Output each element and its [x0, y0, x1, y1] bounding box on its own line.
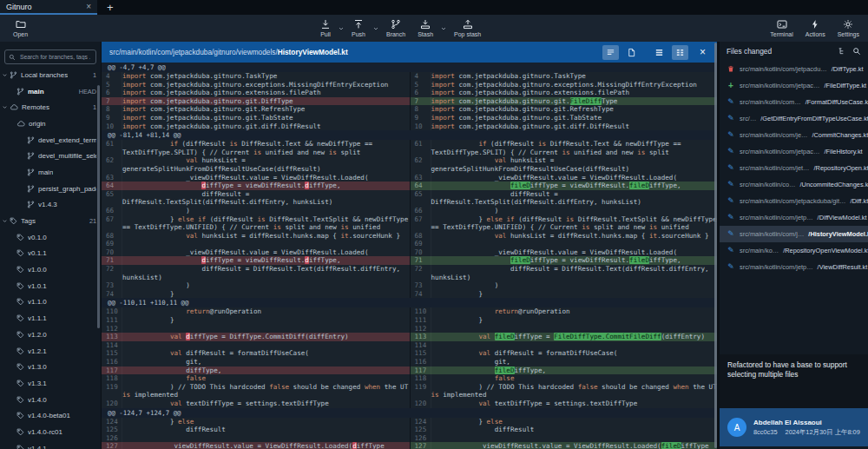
file-status-modified-icon: ✎ — [727, 263, 735, 271]
unified-diff-icon — [654, 48, 664, 57]
files-changed-title: Files changed — [727, 47, 832, 56]
remote-item[interactable]: origin — [0, 116, 101, 132]
tag-item[interactable]: v1.0.1 — [0, 278, 101, 294]
keyword: if — [506, 215, 514, 223]
word-diff-highlight: fileD — [510, 256, 530, 264]
code-line: 9import com.jetpackduba.gitnuro.git.TabS… — [102, 114, 410, 122]
code-text: } — [122, 316, 410, 325]
diff-pane-left: 61 if (diffResult is DiffResult.Text && … — [102, 140, 410, 298]
keyword: val — [186, 232, 198, 240]
tag-item[interactable]: v1.2.0 — [0, 327, 101, 343]
open-repository-button[interactable]: Open — [7, 19, 34, 37]
changed-file-row[interactable]: src/main/kotlin/com/jetpacdu…/DiffType.k… — [720, 61, 868, 77]
changed-file-row[interactable]: ✎src/main/kotlin/com/jetpac…/FileHistory… — [720, 143, 868, 160]
code-text: import com.jetpackduba.gitnuro.git.diff.… — [122, 122, 410, 131]
unified-diff-button[interactable] — [651, 45, 667, 60]
code-line: 6import com.jetpackduba.gitnuro.extensio… — [102, 89, 410, 97]
tag-item[interactable]: v1.4.1 — [0, 440, 101, 449]
pull-button[interactable]: Pull — [314, 19, 337, 37]
pull-options-chevron-icon[interactable] — [338, 25, 345, 32]
code-line: 112 — [411, 325, 718, 333]
actions-button[interactable]: Actions — [799, 19, 832, 37]
file-status-modified-icon: ✎ — [727, 181, 735, 188]
branch-search-box[interactable] — [4, 50, 96, 64]
line-number: 66 — [411, 207, 431, 215]
compact-diff-view-button[interactable] — [602, 45, 619, 60]
hunk-row: 110 return@runOperation111 }112 113 val … — [102, 307, 717, 407]
item-label: persist_graph_paddin — [38, 185, 96, 193]
terminal-button[interactable]: Terminal — [764, 19, 799, 37]
tab-close-icon[interactable]: × — [86, 3, 91, 11]
changed-file-row[interactable]: ✎src/main/kotlin/com/jetp…/DiffViewModel… — [720, 209, 868, 226]
changed-file-row[interactable]: ✎src/main/kotlin/com/jet…/RepositoryOpen… — [720, 160, 868, 176]
files-changed-header: Files changed — [720, 42, 868, 61]
code-line: 127 _viewDiffResult.value = ViewDiffResu… — [102, 442, 410, 449]
push-options-chevron-icon[interactable] — [372, 25, 379, 32]
code-line: 125 diffResult — [411, 426, 718, 434]
changed-file-row[interactable]: ✎src/main/kotlin/com/j…/HistoryViewModel… — [720, 226, 868, 242]
tag-item[interactable]: v0.1.0 — [0, 229, 101, 246]
keyword: false — [269, 383, 289, 391]
close-diff-icon[interactable]: × — [693, 46, 709, 58]
files-search-icon[interactable] — [852, 47, 861, 56]
sidebar-section-tags[interactable]: Tags21 — [0, 213, 101, 229]
keyword: is — [649, 223, 657, 231]
tag-item[interactable]: v1.0.0 — [0, 261, 101, 278]
chevron-down-icon[interactable] — [0, 218, 10, 224]
sidebar-scrollbar[interactable] — [97, 85, 100, 328]
tab-gitnuro[interactable]: Gitnuro × — [0, 0, 97, 15]
tag-item[interactable]: v1.4.0-beta01 — [0, 407, 101, 424]
tag-item[interactable]: v1.3.0 — [0, 359, 101, 375]
commit-author-bar[interactable]: A Abdellah El Aissaoui 8cc0c35 2024年12月3… — [720, 408, 868, 446]
branch-item[interactable]: mainHEAD — [0, 83, 101, 100]
search-input[interactable] — [18, 53, 92, 61]
changed-file-row[interactable]: ✎src/main/kotlin/com/jetp…/ViewDiffResul… — [720, 259, 868, 275]
tag-item[interactable]: v1.2.1 — [0, 343, 101, 360]
tag-item[interactable]: v1.4.0-rc01 — [0, 424, 101, 440]
diff-scrollbar[interactable] — [714, 43, 717, 448]
new-tab-button[interactable]: + — [97, 0, 123, 15]
line-number: 66 — [102, 207, 122, 215]
branch-item[interactable]: persist_graph_paddin — [0, 181, 101, 197]
stash-options-chevron-icon[interactable] — [440, 25, 447, 32]
tag-item[interactable]: v1.1.0 — [0, 294, 101, 311]
code-line: 115 val diffResult = formatDiffUseCase( — [102, 349, 410, 358]
changed-file-row[interactable]: ✎src/…/GetDiffEntryFromDiffTypeUseCase.k… — [720, 110, 868, 127]
line-number: 7 — [411, 97, 431, 106]
hunk-row: 124 } else125 diffResult126 127 _viewDif… — [102, 418, 717, 449]
branch-button[interactable]: Branch — [380, 19, 411, 37]
code-text: fileDiffType = viewDiffResult.fileDiffTy… — [431, 182, 718, 190]
pop-stash-button[interactable]: Pop stash — [448, 19, 487, 37]
tag-item[interactable]: v1.4.0 — [0, 392, 101, 408]
chevron-down-icon[interactable] — [0, 72, 10, 78]
full-file-view-button[interactable] — [623, 45, 640, 60]
chevron-down-icon[interactable] — [0, 104, 10, 110]
changed-file-row[interactable]: +src/main/kotlin/com/jetpac…/FileDiffTyp… — [720, 77, 868, 94]
settings-button[interactable]: Settings — [832, 19, 865, 37]
sidebar-section-remotes[interactable]: Remotes1 — [0, 99, 101, 116]
branch-item[interactable]: devel_extend_termina — [0, 132, 101, 149]
push-button[interactable]: Push — [345, 19, 372, 37]
tag-item[interactable]: v1.1.1 — [0, 310, 101, 327]
branch-item[interactable]: main — [0, 164, 101, 181]
tag-item[interactable]: v0.1.1 — [0, 246, 101, 262]
code-line: 70 _viewDiffResult.value = ViewDiffResul… — [102, 248, 410, 257]
branch-item[interactable]: v1.4.3 — [0, 197, 101, 214]
sidebar-section-local-branches[interactable]: Local branches1 — [0, 67, 101, 83]
stash-button[interactable]: Stash — [411, 19, 439, 37]
item-label: v1.3.1 — [28, 380, 47, 387]
diff-header: src/main/kotlin/com/jetpackduba/gitnuro/… — [102, 42, 717, 63]
group-by-directory-icon[interactable] — [838, 47, 846, 56]
branch-item[interactable]: devel_multifile_select — [0, 148, 101, 164]
changed-file-row[interactable]: ✎src/main/kotlin/com/jetpackduba/git…/Di… — [720, 193, 868, 209]
changed-file-row[interactable]: ✎src/main/kotlin/com/je…/CommitChanges.k… — [720, 127, 868, 143]
tag-item[interactable]: v1.3.1 — [0, 375, 101, 392]
push-icon — [353, 19, 364, 30]
section-count: 1 — [90, 103, 96, 111]
split-diff-button[interactable] — [672, 45, 688, 60]
changed-file-row[interactable]: ✎src/main/ko…/RepositoryOpenViewModel.kt — [720, 242, 868, 259]
changed-file-row[interactable]: ✎src/main/kotlin/com…/FormatDiffUseCase.… — [720, 94, 868, 110]
line-number: 119 — [102, 383, 122, 399]
changed-file-row[interactable]: ✎src/main/kotlin/co…/UncommitedChanges.k… — [720, 176, 868, 193]
keyword: if — [198, 215, 206, 223]
